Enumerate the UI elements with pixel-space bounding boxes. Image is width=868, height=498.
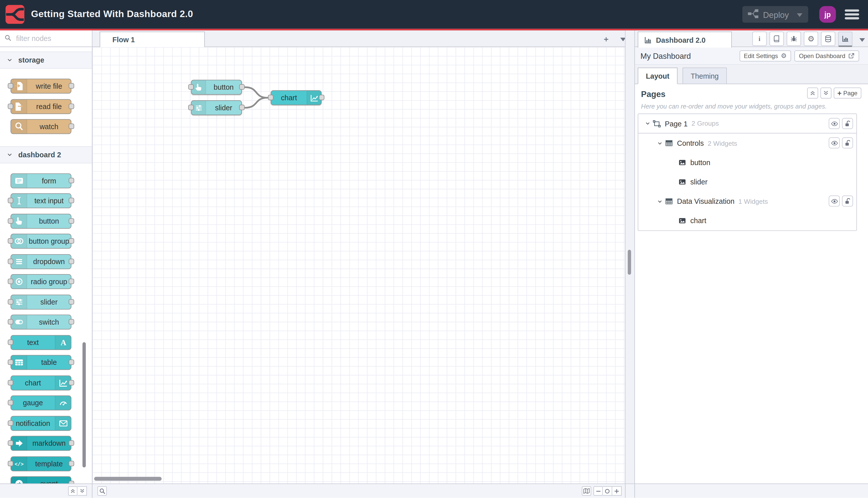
node-output-port[interactable] bbox=[69, 103, 74, 109]
zoom-out-button[interactable] bbox=[593, 486, 603, 496]
lock-button[interactable] bbox=[842, 196, 853, 207]
node-output-port[interactable] bbox=[69, 258, 74, 264]
node-output-port[interactable] bbox=[69, 299, 74, 304]
node-input-port[interactable] bbox=[8, 319, 13, 325]
node-input-port[interactable] bbox=[8, 279, 13, 284]
tree-row-widget-slider[interactable]: slider bbox=[638, 172, 856, 192]
node-input-port[interactable] bbox=[8, 299, 13, 304]
palette-node-dropdown[interactable]: dropdown bbox=[11, 254, 71, 269]
canvas-horizontal-scrollbar[interactable] bbox=[94, 477, 162, 481]
canvas-node-button[interactable]: button bbox=[191, 80, 242, 95]
palette-node-radio-group[interactable]: radio group bbox=[11, 274, 71, 289]
palette-node-notification[interactable]: notification bbox=[11, 416, 71, 431]
node-input-port[interactable] bbox=[8, 420, 13, 425]
palette-category-dashboard2[interactable]: dashboard 2 bbox=[0, 146, 92, 163]
node-input-port[interactable] bbox=[8, 461, 13, 466]
add-page-button[interactable]: +Page bbox=[833, 88, 862, 99]
node-input-port[interactable] bbox=[188, 105, 193, 110]
context-tab-button[interactable] bbox=[821, 32, 835, 46]
open-dashboard-button[interactable]: Open Dashboard bbox=[794, 51, 859, 62]
palette-node-event[interactable]: event bbox=[11, 476, 71, 484]
wire-button-to-chart[interactable] bbox=[245, 87, 267, 98]
minimap-button[interactable] bbox=[582, 486, 591, 496]
node-output-port[interactable] bbox=[69, 83, 74, 89]
node-input-port[interactable] bbox=[8, 238, 13, 244]
lock-button[interactable] bbox=[842, 118, 853, 129]
chevron-down-icon[interactable] bbox=[657, 198, 663, 204]
node-output-port[interactable] bbox=[69, 198, 74, 203]
node-input-port[interactable] bbox=[8, 380, 13, 385]
palette-node-form[interactable]: form bbox=[11, 173, 71, 188]
canvas-vertical-scrollbar[interactable] bbox=[628, 250, 631, 275]
node-output-port[interactable] bbox=[69, 123, 74, 129]
flow-canvas[interactable]: button slider chart bbox=[92, 47, 625, 483]
node-input-port[interactable] bbox=[8, 400, 13, 405]
lock-button[interactable] bbox=[842, 137, 853, 148]
node-output-port[interactable] bbox=[69, 359, 74, 365]
chevron-down-icon[interactable] bbox=[645, 121, 651, 126]
deploy-button[interactable]: Deploy bbox=[743, 6, 808, 23]
node-output-port[interactable] bbox=[69, 380, 74, 385]
node-output-port[interactable] bbox=[69, 238, 74, 244]
expand-all-button[interactable] bbox=[820, 88, 831, 99]
help-tab-button[interactable] bbox=[770, 32, 784, 46]
palette-node-read-file[interactable]: read file bbox=[11, 99, 71, 114]
node-output-port[interactable] bbox=[69, 279, 74, 284]
node-output-port[interactable] bbox=[319, 95, 324, 100]
node-input-port[interactable] bbox=[8, 103, 13, 109]
node-output-port[interactable] bbox=[69, 178, 74, 183]
node-input-port[interactable] bbox=[8, 440, 13, 446]
zoom-reset-button[interactable] bbox=[603, 486, 612, 496]
node-input-port[interactable] bbox=[268, 95, 273, 100]
palette-node-gauge[interactable]: gauge bbox=[11, 395, 71, 410]
main-menu-icon[interactable] bbox=[845, 9, 859, 19]
visibility-button[interactable] bbox=[829, 118, 840, 129]
tree-row-controls[interactable]: Controls 2 Widgets bbox=[638, 133, 856, 153]
tree-row-data-visualization[interactable]: Data Visualization 1 Widgets bbox=[638, 192, 856, 211]
node-input-port[interactable] bbox=[8, 258, 13, 264]
palette-collapse-all-button[interactable] bbox=[68, 486, 77, 496]
canvas-node-chart[interactable]: chart bbox=[271, 90, 322, 105]
palette-category-storage[interactable]: storage bbox=[0, 52, 92, 69]
canvas-node-slider[interactable]: slider bbox=[191, 100, 242, 115]
visibility-button[interactable] bbox=[829, 196, 840, 207]
palette-node-slider[interactable]: slider bbox=[11, 294, 71, 309]
palette-node-chart[interactable]: chart bbox=[11, 375, 71, 390]
tree-row-widget-chart[interactable]: chart bbox=[638, 211, 856, 231]
node-input-port[interactable] bbox=[8, 218, 13, 223]
node-output-port[interactable] bbox=[69, 481, 74, 483]
palette-node-watch[interactable]: watch bbox=[11, 119, 71, 134]
palette-expand-all-button[interactable] bbox=[78, 486, 87, 496]
node-output-port[interactable] bbox=[69, 440, 74, 446]
palette-node-text[interactable]: text A bbox=[11, 335, 71, 350]
chevron-down-icon[interactable] bbox=[657, 141, 663, 146]
tree-row-page-1[interactable]: Page 1 2 Groups bbox=[638, 114, 856, 133]
config-tab-button[interactable]: ⚙ bbox=[804, 32, 818, 46]
palette-node-table[interactable]: table bbox=[11, 355, 71, 370]
palette-node-button[interactable]: button bbox=[11, 213, 71, 228]
node-input-port[interactable] bbox=[8, 339, 13, 345]
node-output-port[interactable] bbox=[69, 218, 74, 223]
tab-theming[interactable]: Theming bbox=[683, 68, 727, 84]
node-input-port[interactable] bbox=[8, 198, 13, 203]
sidebar-menu-caret-button[interactable] bbox=[859, 36, 865, 44]
palette-node-write-file[interactable]: write file bbox=[11, 79, 71, 94]
palette-node-text-input[interactable]: text input bbox=[11, 193, 71, 208]
wire-slider-to-chart[interactable] bbox=[245, 98, 267, 108]
palette-search[interactable] bbox=[0, 30, 92, 47]
tab-flow-1[interactable]: Flow 1 bbox=[100, 32, 205, 47]
search-input[interactable] bbox=[15, 34, 88, 43]
canvas-search-button[interactable] bbox=[97, 486, 107, 496]
add-flow-button[interactable] bbox=[600, 32, 613, 46]
debug-tab-button[interactable] bbox=[787, 32, 801, 46]
node-output-port[interactable] bbox=[69, 319, 74, 325]
tab-dashboard-2[interactable]: Dashboard 2.0 bbox=[638, 32, 732, 48]
palette-node-template[interactable]: </> template bbox=[11, 456, 71, 471]
dashboard-tab-button[interactable] bbox=[838, 32, 852, 47]
node-input-port[interactable] bbox=[8, 359, 13, 365]
deploy-caret-icon[interactable] bbox=[797, 9, 803, 19]
node-input-port[interactable] bbox=[188, 84, 193, 90]
node-output-port[interactable] bbox=[69, 461, 74, 466]
collapse-all-button[interactable] bbox=[807, 88, 818, 99]
info-tab-button[interactable]: i bbox=[752, 32, 766, 46]
